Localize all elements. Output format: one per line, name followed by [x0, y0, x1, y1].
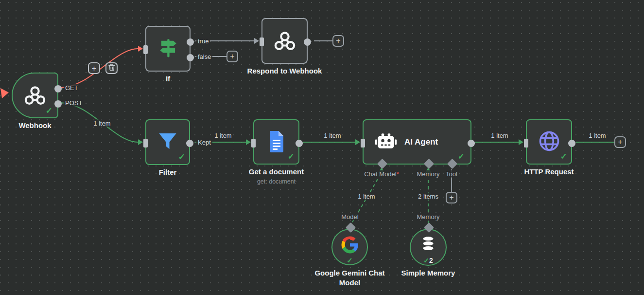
node-webhook[interactable]: ✓ Webhook [12, 73, 58, 118]
input-port[interactable] [251, 139, 256, 148]
node-http-request[interactable]: ✓ HTTP Request [526, 119, 572, 165]
arrowhead [355, 139, 360, 145]
edge-label: 1 item [92, 120, 112, 127]
connector-label-memory: Memory [416, 170, 441, 178]
add-node-after-false-button[interactable]: + [226, 51, 238, 62]
node-title: HTTP Request [524, 167, 574, 176]
node-subtitle: get: document [257, 178, 296, 185]
connector-label-memory-sub: Memory [416, 213, 441, 221]
output-port-true[interactable] [187, 38, 194, 46]
input-port[interactable] [143, 139, 148, 148]
port-label-get: GET [64, 84, 80, 92]
google-g-icon [341, 236, 359, 256]
node-title: Filter [159, 168, 177, 176]
input-port[interactable] [524, 139, 528, 148]
node-ai-agent[interactable]: AI Agent ✓ [363, 119, 471, 165]
node-title: Webhook [18, 121, 51, 129]
webhook-icon [24, 83, 46, 108]
check-icon: ✓ [46, 107, 52, 115]
edge-label: 1 item [356, 193, 376, 200]
connector-label-model: Model [340, 213, 359, 221]
node-filter[interactable]: ✓ Filter [145, 119, 190, 165]
node-title: Simple Memory [401, 269, 455, 277]
trash-icon [108, 64, 115, 73]
plus-icon: + [92, 64, 97, 73]
run-status: ✓2 [423, 257, 433, 264]
add-node-after-respond-button[interactable]: + [332, 35, 344, 47]
node-respond-to-webhook[interactable]: Respond to Webhook [261, 18, 308, 64]
node-simple-memory[interactable]: ✓2 Simple Memory [410, 229, 447, 266]
check-icon: ✓ [560, 152, 567, 161]
node-title: Google Gemini Chat Model [304, 268, 396, 288]
output-port-get[interactable] [54, 85, 62, 92]
output-port[interactable] [296, 140, 303, 147]
check-icon: ✓ [178, 153, 185, 161]
port-label-post: POST [64, 99, 84, 107]
port-label-kept: Kept [196, 139, 212, 146]
webhook-icon [274, 29, 296, 53]
add-node-on-connection-button[interactable]: + [88, 62, 100, 74]
node-title: If [166, 74, 170, 83]
arrowhead [138, 139, 143, 145]
node-title: Get a document [249, 167, 304, 176]
add-node-after-http-button[interactable]: + [614, 136, 626, 148]
google-docs-icon [268, 130, 285, 154]
input-port[interactable] [143, 45, 148, 54]
node-get-a-document[interactable]: ✓ Get a document get: document [253, 119, 299, 165]
delete-connection-button[interactable] [105, 62, 118, 74]
edge-label: 1 item [587, 132, 607, 139]
edge-label: 1 item [489, 132, 509, 139]
check-icon: ✓ [423, 257, 429, 264]
connector-label-chat-model: Chat Model* [363, 170, 400, 178]
workflow-canvas[interactable]: ✓ Webhook GET POST + If true fals [0, 0, 644, 295]
arrowhead [246, 139, 251, 145]
node-title: AI Agent [404, 137, 438, 147]
node-google-gemini-chat-model[interactable]: ✓ Google Gemini Chat Model [331, 229, 368, 265]
output-port[interactable] [468, 140, 475, 147]
connector-label-tool: Tool [445, 170, 458, 178]
arrowhead [254, 38, 259, 44]
run-count: 2 [429, 257, 433, 264]
port-label-false: false [196, 53, 212, 60]
output-port[interactable] [568, 140, 575, 147]
check-icon: ✓ [458, 152, 465, 161]
arrowhead [138, 46, 143, 52]
edge-label: 1 item [322, 132, 342, 139]
output-port-kept[interactable] [186, 140, 193, 147]
check-icon: ✓ [347, 257, 353, 264]
incoming-error-arrow [0, 88, 9, 98]
node-title: Respond to Webhook [247, 67, 322, 75]
add-tool-button[interactable]: + [446, 192, 457, 203]
required-indicator: * [397, 170, 399, 178]
output-port-post[interactable] [54, 100, 62, 108]
output-port[interactable] [304, 38, 311, 46]
arrowhead [519, 139, 523, 145]
check-icon: ✓ [288, 152, 295, 161]
node-if[interactable]: If [145, 26, 191, 72]
input-port[interactable] [260, 37, 264, 46]
output-port-false[interactable] [187, 54, 194, 61]
globe-icon [538, 129, 561, 155]
signpost-icon [157, 37, 179, 61]
database-icon [419, 235, 437, 255]
robot-icon [374, 131, 398, 153]
edge-label: 1 item [213, 132, 233, 139]
edge-label: 2 items [417, 193, 440, 200]
connector-label-text: Chat Model [364, 170, 396, 178]
funnel-icon [157, 130, 179, 154]
port-label-true: true [196, 37, 210, 45]
